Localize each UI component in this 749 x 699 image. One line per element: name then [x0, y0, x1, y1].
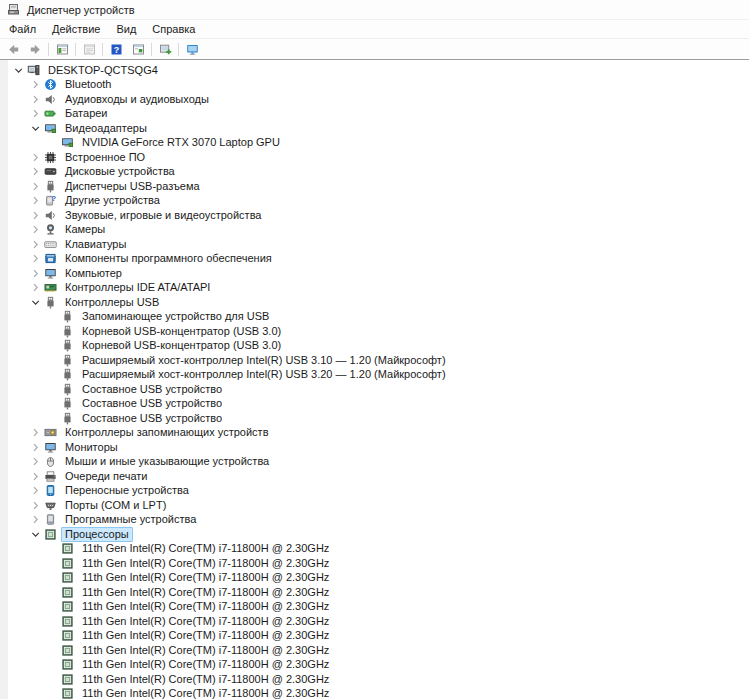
tree-row-usb-controllers[interactable]: Контроллеры USB: [8, 295, 749, 310]
chevron-right-icon[interactable]: [27, 470, 43, 483]
menu-file[interactable]: Файл: [1, 21, 44, 37]
unknown-device-icon: ?: [43, 194, 58, 207]
tree-item-label: Переносные устройства: [61, 483, 193, 498]
tree-item-label: 11th Gen Intel(R) Core(TM) i7-11800H @ 2…: [78, 643, 333, 658]
tree-row-cpu-1[interactable]: 11th Gen Intel(R) Core(TM) i7-11800H @ 2…: [8, 542, 749, 557]
chevron-right-icon[interactable]: [27, 513, 43, 526]
chevron-down-icon[interactable]: [27, 296, 43, 309]
tree-row-cpu-10[interactable]: 11th Gen Intel(R) Core(TM) i7-11800H @ 2…: [8, 672, 749, 687]
tree-row-usb-xhci-310[interactable]: Расширяемый хост-контроллер Intel(R) USB…: [8, 353, 749, 368]
tree-row-ide-controllers[interactable]: Контроллеры IDE ATA/ATAPI: [8, 281, 749, 296]
tree-row-firmware[interactable]: Встроенное ПО: [8, 150, 749, 165]
tree-row-cpu-8[interactable]: 11th Gen Intel(R) Core(TM) i7-11800H @ 2…: [8, 643, 749, 658]
tree-row-cpu-3[interactable]: 11th Gen Intel(R) Core(TM) i7-11800H @ 2…: [8, 571, 749, 586]
tree-row-sound-video-game[interactable]: Звуковые, игровые и видеоустройства: [8, 208, 749, 223]
menu-help[interactable]: Справка: [144, 21, 203, 37]
camera-icon: [43, 223, 58, 236]
device-monitor-icon: [186, 43, 199, 56]
chevron-right-icon[interactable]: [27, 209, 43, 222]
tree-row-software-components[interactable]: Компоненты программного обеспечения: [8, 252, 749, 267]
chevron-right-icon[interactable]: [27, 223, 43, 236]
tree-row-keyboards[interactable]: Клавиатуры: [8, 237, 749, 252]
chevron-right-icon[interactable]: [27, 499, 43, 512]
chevron-right-icon[interactable]: [27, 165, 43, 178]
tree-item-label: Расширяемый хост-контроллер Intel(R) USB…: [78, 367, 450, 382]
chevron-right-icon[interactable]: [27, 455, 43, 468]
cpu-icon: [60, 644, 75, 657]
device-tree[interactable]: DESKTOP-QCTSQG4BluetoothАудиовходы и ауд…: [0, 60, 749, 699]
tree-row-usb-connector-managers[interactable]: Диспетчеры USB-разъема: [8, 179, 749, 194]
tree-row-usb-storage-device[interactable]: Запоминающее устройство для USB: [8, 310, 749, 325]
chevron-down-icon[interactable]: [27, 122, 43, 135]
tree-item-label: 11th Gen Intel(R) Core(TM) i7-11800H @ 2…: [78, 585, 333, 600]
tree-item-label: Запоминающее устройство для USB: [78, 309, 273, 324]
tree-row-usb-composite-1[interactable]: Составное USB устройство: [8, 382, 749, 397]
tree-row-ports-com-lpt[interactable]: Порты (COM и LPT): [8, 498, 749, 513]
tree-row-cpu-4[interactable]: 11th Gen Intel(R) Core(TM) i7-11800H @ 2…: [8, 585, 749, 600]
tree-row-usb-xhci-320[interactable]: Расширяемый хост-контроллер Intel(R) USB…: [8, 368, 749, 383]
help-button[interactable]: ?: [105, 40, 127, 58]
cpu-icon: [60, 600, 75, 613]
tree-row-display-adapters[interactable]: Видеоадаптеры: [8, 121, 749, 136]
tree-item-label: DESKTOP-QCTSQG4: [44, 63, 162, 78]
tree-row-bluetooth[interactable]: Bluetooth: [8, 78, 749, 93]
tree-row-usb-root-hub-1[interactable]: Корневой USB-концентратор (USB 3.0): [8, 324, 749, 339]
tree-row-cpu-9[interactable]: 11th Gen Intel(R) Core(TM) i7-11800H @ 2…: [8, 658, 749, 673]
tree-row-usb-composite-2[interactable]: Составное USB устройство: [8, 397, 749, 412]
tree-row-nvidia-rtx-3070[interactable]: NVIDIA GeForce RTX 3070 Laptop GPU: [8, 136, 749, 151]
chevron-right-icon[interactable]: [27, 194, 43, 207]
chevron-right-icon[interactable]: [27, 238, 43, 251]
chevron-right-icon[interactable]: [27, 252, 43, 265]
audio-icon: [43, 93, 58, 106]
tree-row-cpu-6[interactable]: 11th Gen Intel(R) Core(TM) i7-11800H @ 2…: [8, 614, 749, 629]
tree-row-usb-root-hub-2[interactable]: Корневой USB-концентратор (USB 3.0): [8, 339, 749, 354]
chevron-right-icon[interactable]: [27, 180, 43, 193]
tree-row-print-queues[interactable]: Очереди печати: [8, 469, 749, 484]
chevron-placeholder: [44, 615, 60, 628]
device-monitor-button[interactable]: [181, 40, 203, 58]
chevron-right-icon[interactable]: [27, 281, 43, 294]
chevron-right-icon[interactable]: [27, 78, 43, 91]
chevron-down-icon[interactable]: [10, 64, 26, 77]
tree-row-processors[interactable]: Процессоры: [8, 527, 749, 542]
chevron-down-icon[interactable]: [27, 528, 43, 541]
properties-window-button[interactable]: [127, 40, 149, 58]
menu-view[interactable]: Вид: [108, 21, 144, 37]
tree-row-usb-composite-3[interactable]: Составное USB устройство: [8, 411, 749, 426]
chevron-right-icon[interactable]: [27, 151, 43, 164]
forward-button[interactable]: [24, 40, 46, 58]
console-tree-button[interactable]: [51, 40, 73, 58]
tree-item-label: 11th Gen Intel(R) Core(TM) i7-11800H @ 2…: [78, 556, 333, 571]
tree-row-other-devices[interactable]: ?Другие устройства: [8, 194, 749, 209]
chevron-right-icon[interactable]: [27, 484, 43, 497]
tree-row-cpu-7[interactable]: 11th Gen Intel(R) Core(TM) i7-11800H @ 2…: [8, 629, 749, 644]
chevron-right-icon[interactable]: [27, 107, 43, 120]
tree-row-portable-devices[interactable]: Переносные устройства: [8, 484, 749, 499]
tree-item-label: 11th Gen Intel(R) Core(TM) i7-11800H @ 2…: [78, 672, 333, 687]
computer-icon: [26, 64, 41, 77]
tree-row-cpu-2[interactable]: 11th Gen Intel(R) Core(TM) i7-11800H @ 2…: [8, 556, 749, 571]
chevron-right-icon[interactable]: [27, 267, 43, 280]
tree-row-cpu-11[interactable]: 11th Gen Intel(R) Core(TM) i7-11800H @ 2…: [8, 687, 749, 699]
chevron-right-icon[interactable]: [27, 93, 43, 106]
tree-row-cameras[interactable]: Камеры: [8, 223, 749, 238]
tree-row-storage-controllers[interactable]: Контроллеры запоминающих устройств: [8, 426, 749, 441]
chevron-right-icon[interactable]: [27, 426, 43, 439]
tree-row-monitors[interactable]: Мониторы: [8, 440, 749, 455]
properties-button[interactable]: [78, 40, 100, 58]
scan-hardware-button[interactable]: [154, 40, 176, 58]
tree-row-disk-drives[interactable]: Дисковые устройства: [8, 165, 749, 180]
menu-action[interactable]: Действие: [44, 21, 108, 37]
tree-row-cpu-5[interactable]: 11th Gen Intel(R) Core(TM) i7-11800H @ 2…: [8, 600, 749, 615]
chevron-right-icon[interactable]: [27, 441, 43, 454]
tree-item-label: Дисковые устройства: [61, 164, 179, 179]
chevron-placeholder: [44, 354, 60, 367]
tree-row-mice[interactable]: Мыши и иные указывающие устройства: [8, 455, 749, 470]
tree-row-software-devices[interactable]: Программные устройства: [8, 513, 749, 528]
toolbar-separator: [102, 43, 103, 56]
tree-row-desktop-qctsqg4[interactable]: DESKTOP-QCTSQG4: [8, 63, 749, 78]
tree-row-batteries[interactable]: Батареи: [8, 107, 749, 122]
back-button[interactable]: [2, 40, 24, 58]
tree-row-computer[interactable]: Компьютер: [8, 266, 749, 281]
tree-row-audio-inputs-outputs[interactable]: Аудиовходы и аудиовыходы: [8, 92, 749, 107]
